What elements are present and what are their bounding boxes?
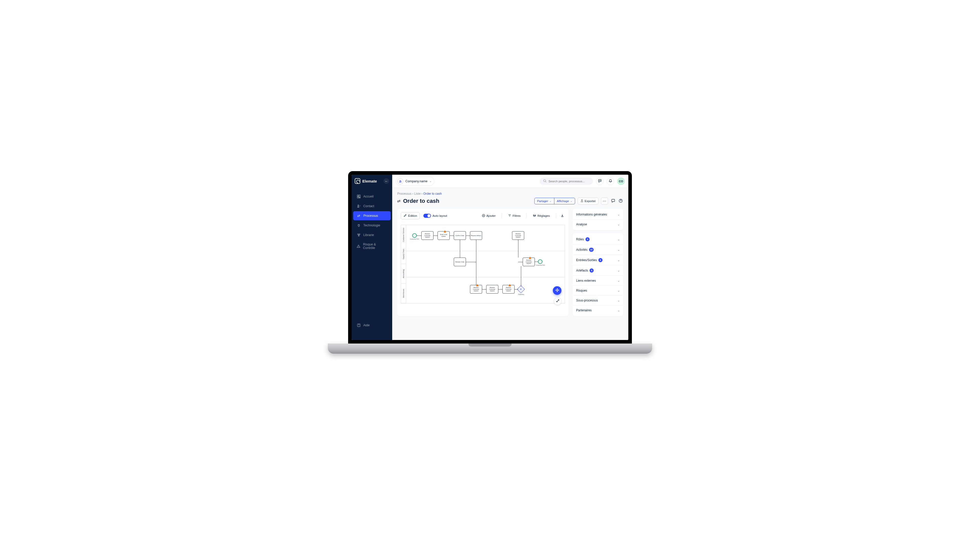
svg-point-13 <box>544 180 546 182</box>
chevron-down-icon: ⌄ <box>570 200 572 202</box>
task-request-delivery[interactable]: Request delivery <box>470 231 482 240</box>
expand-button[interactable] <box>554 297 562 305</box>
export-label: Exporter <box>585 199 596 202</box>
panel-label: Activités <box>576 248 587 252</box>
dots-icon: ⋯ <box>603 199 606 203</box>
breadcrumb-current: Order to cash <box>423 192 442 196</box>
sidebar-item-contact[interactable]: Contact <box>353 202 391 211</box>
share-button[interactable]: Partager ⌄ <box>535 198 554 204</box>
view-button[interactable]: Affichage ⌄ <box>554 198 575 204</box>
panel-label: Analyse <box>576 223 587 226</box>
export-button[interactable]: Exporter <box>578 198 598 205</box>
notifications-button[interactable] <box>606 177 614 185</box>
add-button[interactable]: Ajouter <box>479 214 498 218</box>
messages-button[interactable] <box>596 177 603 185</box>
svg-point-20 <box>535 216 535 216</box>
lane-label-accounting: Accounting <box>401 264 406 284</box>
more-button[interactable]: ⋯ <box>601 198 608 205</box>
avatar-initials: CO <box>619 180 623 183</box>
panel-item-activites[interactable]: Activités 10 ⌄ <box>573 244 623 255</box>
chevron-down-icon: ⌄ <box>550 200 552 202</box>
sidebar-item-processus[interactable]: ⇄ Processus <box>353 211 391 220</box>
help-button[interactable] <box>618 199 623 204</box>
search-input[interactable] <box>549 180 589 183</box>
task-maintain-order[interactable]: Maintain Order <box>454 258 466 266</box>
sidebar-item-label: Contact <box>363 204 374 208</box>
lane-warehouse <box>406 277 565 303</box>
sidebar-item-label: Aide <box>363 323 370 327</box>
panel-item-info[interactable]: Informations générales ⌄ <box>573 210 623 219</box>
sidebar-item-librarie[interactable]: Librarie <box>353 231 391 240</box>
lane-label-supply-chain: Supply Chain <box>401 244 406 264</box>
panel-item-roles[interactable]: Rôles 3 ⌄ <box>573 234 623 244</box>
panel-item-liens[interactable]: Liens externes ⌄ <box>573 276 623 285</box>
count-badge: 6 <box>598 258 603 262</box>
chevron-down-icon: ⌄ <box>617 238 620 241</box>
swap-icon: ⇄ <box>397 199 401 203</box>
download-button[interactable] <box>560 214 565 218</box>
search-input-wrapper[interactable] <box>540 177 593 185</box>
panel-item-sousprocessus[interactable]: Sous-processus ⌄ <box>573 295 623 305</box>
pan-button[interactable] <box>553 286 562 295</box>
panel-label: Entrées/Sorties <box>576 258 597 262</box>
settings-label: Réglages <box>538 214 550 217</box>
chevron-down-icon: ⌄ <box>617 269 620 272</box>
task-receive-request-5[interactable]: Receive Customer request <box>512 231 524 240</box>
task-receive-request-1[interactable]: Receive Customer request <box>422 231 433 240</box>
chevron-down-icon: ⌄ <box>617 289 620 292</box>
chevron-down-icon: ⌄ <box>617 213 620 216</box>
laptop-mockup: Elemate ← Accueil <box>328 171 652 369</box>
chevron-down-icon: ⌄ <box>617 223 620 226</box>
svg-point-8 <box>359 234 360 235</box>
filters-button[interactable]: Flitres <box>506 214 523 218</box>
main-area: Company.name ⌄ <box>392 175 628 340</box>
swap-icon: ⇄ <box>357 214 361 218</box>
panel-label: Informations générales <box>576 213 607 216</box>
share-view-group: Partager ⌄ Affichage ⌄ <box>535 198 575 204</box>
sidebar-item-label: Accueil <box>363 195 374 198</box>
sidebar-item-aide[interactable]: Aide <box>353 321 391 330</box>
panel-item-analyse[interactable]: Analyse ⌄ <box>573 219 623 229</box>
sidebar-item-technologie[interactable]: Technologie <box>353 221 391 230</box>
panel-item-risques[interactable]: Risques ⌄ <box>573 285 623 295</box>
end-event-label: Customer P2O <box>536 264 545 266</box>
start-event[interactable] <box>412 233 417 238</box>
sidebar-item-accueil[interactable]: Accueil <box>353 192 391 201</box>
svg-point-12 <box>401 180 401 181</box>
panel-label: Rôles <box>576 237 584 241</box>
autolayout-toggle[interactable]: Auto layout <box>423 214 447 218</box>
panel-item-artefacts[interactable]: Artéfacts 5 ⌄ <box>573 265 623 276</box>
user-avatar[interactable]: CO <box>617 177 625 185</box>
count-badge: 5 <box>590 269 593 272</box>
svg-rect-1 <box>359 195 360 197</box>
sidebar-item-label: Risque & Contrôle <box>363 243 387 250</box>
sidebar-item-label: Librarie <box>363 233 374 237</box>
panel-item-partenaires[interactable]: Partenaires ⌄ <box>573 305 623 315</box>
sidebar-item-risque[interactable]: Risque & Contrôle <box>353 240 391 252</box>
breadcrumb-processus[interactable]: Processus <box>397 192 412 196</box>
sidebar-collapse-button[interactable]: ← <box>383 178 389 184</box>
count-badge: 10 <box>589 248 593 252</box>
company-selector[interactable]: Company.name ⌄ <box>396 177 434 186</box>
task-confirm-order[interactable]: Confirm Order <box>454 231 466 240</box>
upload-icon <box>581 199 584 203</box>
comment-button[interactable] <box>611 199 616 204</box>
toggle-switch-icon <box>423 214 431 218</box>
edition-button[interactable]: Édition <box>401 212 420 219</box>
panel-item-entrees[interactable]: Entrées/Sorties 6 ⌄ <box>573 255 623 265</box>
lane-label-warehouse: Warehouse <box>401 284 406 303</box>
topbar: Company.name ⌄ <box>392 175 628 188</box>
breadcrumb-liste[interactable]: Liste <box>414 192 421 196</box>
sidebar: Elemate ← Accueil <box>352 175 392 340</box>
sliders-icon <box>533 214 536 218</box>
end-event[interactable] <box>538 260 542 264</box>
settings-button[interactable]: Réglages <box>530 214 552 218</box>
bell-icon <box>609 179 612 183</box>
chevron-down-icon: ⌄ <box>617 248 620 252</box>
task-receive-request-9[interactable]: Receive Customer request <box>486 285 498 293</box>
bpmn-diagram[interactable]: Customer Service Supply Chain Accounting… <box>401 225 565 303</box>
svg-point-19 <box>533 215 534 215</box>
brand-logo-icon <box>355 178 360 184</box>
chevron-down-icon: ⌄ <box>617 279 620 282</box>
svg-point-21 <box>535 215 536 215</box>
